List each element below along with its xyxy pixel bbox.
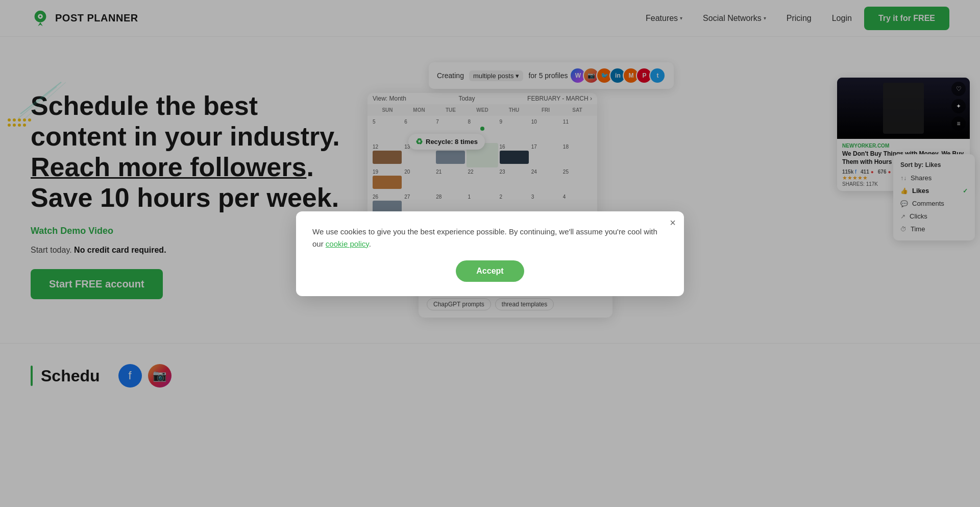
cookie-banner: × We use cookies to give you the best ex… xyxy=(296,211,684,296)
cookie-text: We use cookies to give you the best expe… xyxy=(312,226,668,250)
cookie-overlay: × We use cookies to give you the best ex… xyxy=(0,0,980,402)
cookie-close-button[interactable]: × xyxy=(670,218,676,228)
cookie-policy-link[interactable]: cookie policy xyxy=(326,239,369,248)
cookie-accept-button[interactable]: Accept xyxy=(456,260,524,282)
